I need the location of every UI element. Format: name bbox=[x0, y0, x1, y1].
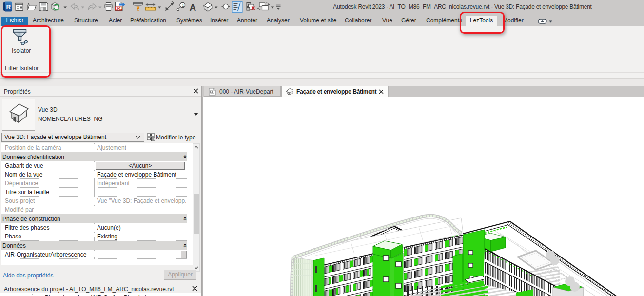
svg-text:PDF: PDF bbox=[116, 7, 122, 10]
svg-text:A: A bbox=[190, 2, 196, 13]
svg-text:R: R bbox=[6, 3, 11, 11]
svg-text:1: 1 bbox=[182, 3, 184, 8]
svg-text:Plans de surface (AIR-SurfaceB: Plans de surface (AIR-SurfaceBlanche) bbox=[45, 294, 147, 296]
